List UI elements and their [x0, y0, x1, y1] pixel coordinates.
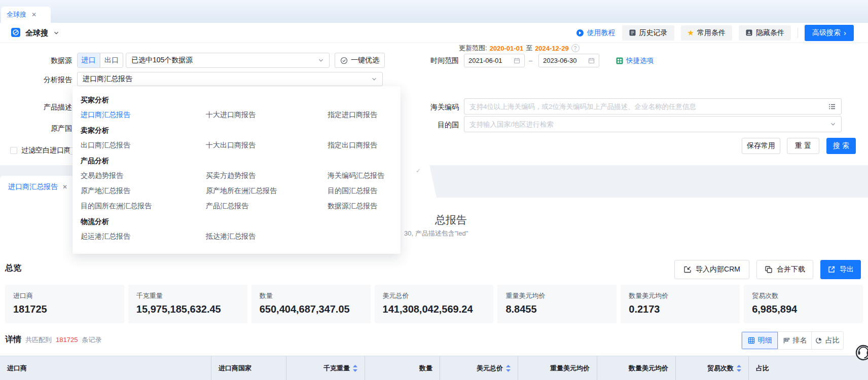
stat-card-label: 数量 — [260, 291, 363, 300]
search-button[interactable]: 搜 索 — [826, 138, 856, 154]
hs-code-input[interactable] — [469, 103, 824, 110]
history-button[interactable]: 历史记录 — [622, 25, 674, 41]
report-menu-item[interactable]: 指定进口商报告 — [328, 110, 401, 120]
column-header: 数量美元均价 — [597, 356, 676, 380]
results-table-header: 进口商进口商国家千克重量数量美元总价重量美元均价数量美元均价贸易次数占比 — [0, 356, 868, 380]
report-menu-item[interactable]: 数据源汇总报告 — [328, 202, 401, 211]
hide-conditions-button[interactable]: 隐藏条件 — [739, 25, 791, 41]
column-header-label: 进口商 — [7, 364, 27, 373]
stat-card-value: 6,985,894 — [752, 303, 855, 315]
sort-caret-icon[interactable] — [506, 365, 511, 372]
table-grid-icon — [748, 337, 755, 344]
match-suffix: 条记录 — [82, 335, 101, 345]
toolbar-divider — [798, 28, 798, 38]
report-type-label: 分析报告 — [10, 72, 72, 87]
stat-card-label: 进口商 — [13, 291, 116, 300]
column-header: 数量 — [365, 356, 440, 380]
report-menu-item[interactable]: 交易趋势报告 — [81, 171, 206, 180]
checkbox-icon[interactable] — [10, 147, 17, 154]
report-menu-item[interactable]: 海关编码汇总报告 — [328, 171, 401, 180]
import-icon — [683, 265, 692, 274]
import-crm-button[interactable]: 导入内部CRM — [674, 260, 749, 279]
merge-icon — [765, 265, 773, 274]
chevron-down-icon[interactable] — [53, 30, 59, 36]
column-header-label: 贸易次数 — [707, 364, 734, 373]
date-to-field[interactable] — [538, 54, 599, 67]
export-icon — [827, 265, 836, 274]
result-tab-importer-summary[interactable]: 进口商汇总报告 ✕ — [0, 176, 77, 198]
column-header-label: 数量美元均价 — [629, 364, 668, 373]
view-detail-tab[interactable]: 明细 — [742, 332, 778, 349]
report-menu-item[interactable]: 十大出口商报告 — [206, 141, 328, 150]
hs-code-field[interactable] — [464, 98, 842, 115]
report-type-value: 进口商汇总报告 — [83, 74, 371, 84]
column-header[interactable]: 贸易次数 — [676, 356, 749, 380]
report-group-title: 买家分析 — [73, 92, 401, 107]
quick-options-icon — [616, 57, 623, 64]
report-menu-item[interactable]: 买卖方趋势报告 — [206, 171, 328, 180]
one-click-optimize-button[interactable]: 一键优选 — [335, 53, 385, 68]
close-icon[interactable]: ✕ — [62, 183, 67, 191]
report-menu-item[interactable]: 抵达港汇总报告 — [206, 232, 328, 241]
data-source-select[interactable]: 已选中105个数据源 — [126, 53, 330, 68]
stat-card-value: 181725 — [13, 303, 116, 315]
report-menu-item[interactable]: 指定出口商报告 — [328, 141, 401, 150]
view-rank-tab[interactable]: 排名 — [778, 332, 812, 349]
tutorial-button[interactable]: 使用教程 — [576, 28, 616, 37]
headset-support-icon[interactable] — [852, 340, 868, 371]
help-icon[interactable]: ? — [571, 44, 580, 52]
report-menu-row: 目的国所在洲汇总报告产品汇总报告数据源汇总报告 — [73, 199, 401, 214]
view-rank-label: 排名 — [793, 336, 807, 345]
quick-options-button[interactable]: 快捷选项 — [616, 54, 654, 67]
favorites-button[interactable]: ★ 常用条件 — [681, 25, 732, 41]
data-source-label: 数据源 — [10, 53, 72, 68]
report-menu-item[interactable]: 目的国汇总报告 — [328, 186, 401, 196]
report-menu-item[interactable]: 原产地汇总报告 — [81, 186, 206, 196]
save-common-button[interactable]: 保存常用 — [742, 138, 780, 154]
hide-conditions-label: 隐藏条件 — [756, 28, 784, 37]
chevron-down-icon — [830, 121, 836, 127]
dest-country-input[interactable] — [469, 121, 826, 128]
reset-button[interactable]: 重 置 — [787, 138, 819, 154]
merge-download-button[interactable]: 合并下载 — [756, 260, 813, 279]
sort-caret-icon[interactable] — [353, 365, 357, 372]
view-share-tab[interactable]: 占比 — [812, 332, 843, 349]
filter-blank-importer-checkbox[interactable]: 过滤空白进口商 — [10, 146, 71, 155]
report-menu-item[interactable]: 出口商汇总报告 — [81, 141, 206, 150]
report-menu-row: 进口商汇总报告十大进口商报告指定进口商报告 — [73, 107, 401, 123]
product-desc-label: 产品描述 — [10, 99, 72, 115]
quick-options-label: 快捷选项 — [626, 56, 654, 65]
check-icon: ✓ — [416, 167, 421, 174]
stat-card-value: 650,404,687,347.05 — [260, 303, 363, 315]
obscured-tab-fragment — [400, 165, 429, 198]
window-tab-global-search[interactable]: 全球搜 ✕ — [1, 7, 51, 23]
close-icon[interactable]: ✕ — [31, 12, 37, 18]
report-menu-item[interactable]: 产品汇总报告 — [206, 202, 328, 211]
export-button[interactable]: 导出 — [820, 260, 861, 279]
dest-country-field[interactable] — [464, 116, 842, 132]
export-toggle[interactable]: 出口 — [100, 53, 123, 67]
column-header[interactable]: 千克重量 — [286, 356, 365, 380]
stat-card: 数量650,404,687,347.05 — [251, 285, 371, 323]
report-menu-item[interactable]: 目的国所在洲汇总报告 — [81, 202, 206, 211]
report-menu-item[interactable]: 原产地所在洲汇总报告 — [206, 186, 328, 196]
sort-caret-icon[interactable] — [737, 365, 741, 372]
advanced-search-button[interactable]: 高级搜索 › — [805, 25, 854, 41]
column-header[interactable]: 美元总价 — [440, 356, 518, 380]
report-menu-item[interactable]: 十大进口商报告 — [206, 110, 328, 120]
favorites-label: 常用条件 — [697, 28, 726, 37]
stat-card-label: 千克重量 — [136, 291, 239, 300]
report-type-select[interactable]: 进口商汇总报告 — [77, 72, 383, 86]
import-toggle[interactable]: 进口 — [78, 53, 100, 67]
column-header: 占比 — [749, 356, 868, 380]
date-from-field[interactable] — [464, 54, 525, 67]
report-menu-item[interactable]: 进口商汇总报告 — [81, 110, 206, 120]
date-to-input[interactable] — [543, 57, 585, 64]
column-header-label: 进口商国家 — [219, 364, 251, 373]
report-menu-item[interactable]: 起运港汇总报告 — [81, 232, 206, 241]
date-from-input[interactable] — [468, 57, 511, 64]
stat-card: 千克重量15,975,185,632.45 — [128, 285, 247, 323]
import-crm-label: 导入内部CRM — [696, 265, 740, 274]
calendar-icon — [514, 57, 520, 64]
window-tab-strip: 全球搜 ✕ — [0, 0, 868, 23]
